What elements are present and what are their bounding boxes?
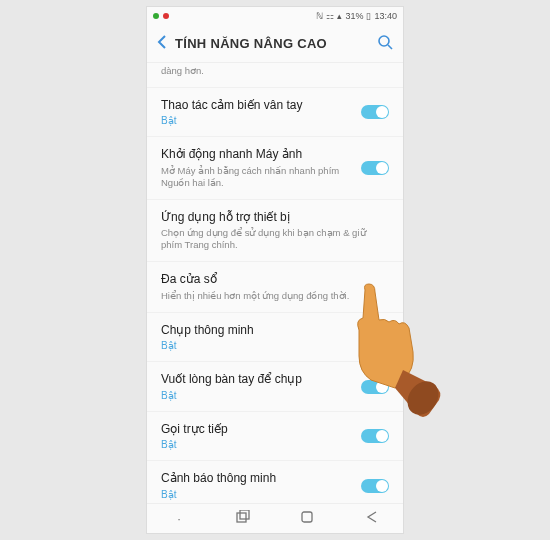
nav-back-button[interactable] — [351, 510, 391, 527]
item-subtitle: Mở Máy ảnh bằng cách nhấn nhanh phím Ngu… — [161, 165, 353, 189]
settings-list: dàng hơn. Thao tác cảm biến vân tay Bật … — [147, 63, 403, 503]
item-status: Bật — [161, 340, 389, 351]
battery-icon: ▯ — [366, 11, 371, 21]
item-title: Khởi động nhanh Máy ảnh — [161, 147, 353, 163]
list-item-smart-capture[interactable]: Chụp thông minh Bật — [147, 313, 403, 363]
item-status: Bật — [161, 489, 353, 500]
list-item[interactable]: dàng hơn. — [147, 63, 403, 88]
svg-rect-2 — [237, 513, 246, 522]
item-title: Vuốt lòng bàn tay để chụp — [161, 372, 353, 388]
nav-hide-button[interactable]: · — [159, 511, 199, 526]
notification-dot — [163, 13, 169, 19]
svg-point-0 — [379, 36, 389, 46]
status-bar: ℕ ⚏ ▴ 31% ▯ 13:40 — [147, 7, 403, 25]
item-title: Đa cửa sổ — [161, 272, 389, 288]
item-status: Bật — [161, 390, 353, 401]
list-item-direct-call[interactable]: Gọi trực tiếp Bật — [147, 412, 403, 462]
item-title: Ứng dụng hỗ trợ thiết bị — [161, 210, 389, 226]
item-status: Bật — [161, 439, 353, 450]
item-title: Chụp thông minh — [161, 323, 389, 339]
navigation-bar: · — [147, 503, 403, 533]
svg-line-1 — [388, 45, 392, 49]
toggle-switch[interactable] — [361, 380, 389, 394]
list-item-multiwindow[interactable]: Đa cửa sổ Hiển thị nhiều hơn một ứng dụn… — [147, 262, 403, 312]
item-subtitle: dàng hơn. — [161, 65, 389, 77]
notification-dot — [153, 13, 159, 19]
list-item-fingerprint[interactable]: Thao tác cảm biến vân tay Bật — [147, 88, 403, 138]
list-item-palm-swipe[interactable]: Vuốt lòng bàn tay để chụp Bật — [147, 362, 403, 412]
svg-rect-3 — [240, 510, 249, 519]
item-status: Bật — [161, 115, 353, 126]
list-item-smart-alert[interactable]: Cảnh báo thông minh Bật — [147, 461, 403, 503]
item-title: Gọi trực tiếp — [161, 422, 353, 438]
nfc-icon: ℕ — [316, 11, 323, 21]
wifi-icon: ⚏ — [326, 11, 334, 21]
phone-frame: ℕ ⚏ ▴ 31% ▯ 13:40 TÍNH NĂNG NÂNG CAO dàn… — [147, 7, 403, 533]
nav-home-button[interactable] — [287, 510, 327, 527]
svg-rect-4 — [302, 512, 312, 522]
toggle-switch[interactable] — [361, 161, 389, 175]
item-subtitle: Hiển thị nhiều hơn một ứng dụng đồng thờ… — [161, 290, 389, 302]
search-button[interactable] — [377, 34, 393, 54]
item-title: Cảnh báo thông minh — [161, 471, 353, 487]
item-title: Thao tác cảm biến vân tay — [161, 98, 353, 114]
app-bar: TÍNH NĂNG NÂNG CAO — [147, 25, 403, 63]
back-button[interactable] — [157, 35, 167, 53]
toggle-switch[interactable] — [361, 105, 389, 119]
nav-recents-button[interactable] — [223, 510, 263, 527]
clock-text: 13:40 — [374, 11, 397, 21]
page-title: TÍNH NĂNG NÂNG CAO — [175, 36, 377, 51]
svg-point-5 — [401, 375, 445, 420]
signal-icon: ▴ — [337, 11, 342, 21]
battery-text: 31% — [345, 11, 363, 21]
toggle-switch[interactable] — [361, 479, 389, 493]
toggle-switch[interactable] — [361, 429, 389, 443]
list-item-assist-app[interactable]: Ứng dụng hỗ trợ thiết bị Chọn ứng dụng đ… — [147, 200, 403, 262]
list-item-quick-camera[interactable]: Khởi động nhanh Máy ảnh Mở Máy ảnh bằng … — [147, 137, 403, 199]
item-subtitle: Chọn ứng dụng để sử dụng khi bạn chạm & … — [161, 227, 389, 251]
